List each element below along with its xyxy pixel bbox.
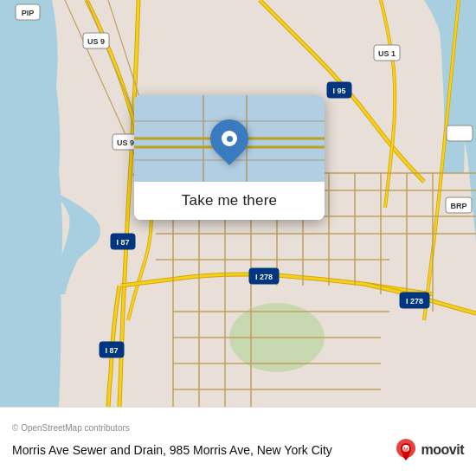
map-container: US 9 US 9 US 1 I 95 I 87 I 87 I 278 I 27…: [0, 0, 476, 407]
attribution-text: © OpenStreetMap contributors: [12, 423, 464, 433]
moovit-icon-svg: M: [394, 438, 418, 462]
popup-button-area[interactable]: Take me there: [134, 182, 325, 220]
svg-text:BRP: BRP: [450, 202, 466, 210]
svg-text:PIP: PIP: [22, 9, 35, 17]
svg-text:US 1: US 1: [378, 49, 396, 58]
moovit-brand-name: moovit: [421, 442, 464, 458]
popup-map-area: [134, 95, 325, 182]
svg-text:BRP: BRP: [451, 130, 467, 138]
popup-card: Take me there: [134, 95, 325, 220]
location-pin: [210, 119, 248, 158]
svg-text:I 278: I 278: [406, 297, 423, 306]
take-me-there-button[interactable]: Take me there: [182, 192, 277, 209]
svg-text:I 87: I 87: [116, 238, 129, 247]
place-info-row: Morris Ave Sewer and Drain, 985 Morris A…: [12, 438, 464, 462]
bottom-bar: © OpenStreetMap contributors Morris Ave …: [0, 407, 476, 476]
svg-text:I 87: I 87: [105, 346, 118, 355]
svg-text:I 95: I 95: [332, 87, 345, 95]
place-name: Morris Ave Sewer and Drain, 985 Morris A…: [12, 442, 385, 458]
pin-inner: [222, 131, 237, 146]
moovit-logo: M moovit: [394, 438, 464, 462]
svg-text:US 9: US 9: [117, 138, 134, 147]
svg-text:M: M: [403, 447, 408, 453]
svg-text:US 9: US 9: [87, 37, 105, 46]
svg-text:I 278: I 278: [255, 273, 273, 281]
pin-dot: [227, 136, 233, 142]
pin-circle: [203, 112, 256, 165]
